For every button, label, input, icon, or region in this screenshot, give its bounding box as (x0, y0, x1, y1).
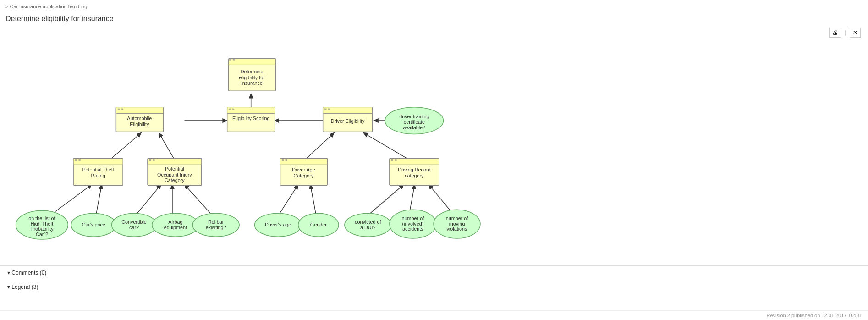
svg-text:Airbag: Airbag (168, 219, 182, 225)
svg-line-7 (305, 133, 334, 160)
svg-rect-35 (323, 107, 373, 114)
svg-text:Eligibility: Eligibility (130, 121, 149, 127)
node-eligibility-scoring[interactable]: ≡ ≡ Eligibility Scoring (227, 107, 275, 132)
breadcrumb[interactable]: > Car insurance application handling (0, 0, 868, 13)
svg-text:Driving Record: Driving Record (398, 167, 430, 172)
svg-text:a DUI?: a DUI? (360, 225, 376, 230)
svg-text:≡ ≡: ≡ ≡ (117, 107, 123, 111)
node-involved-accidents[interactable]: number of (involved) accidents (390, 210, 436, 238)
svg-text:insurance: insurance (241, 80, 263, 86)
svg-line-6 (159, 133, 175, 160)
svg-line-11 (135, 184, 161, 216)
svg-text:Probability: Probability (30, 226, 54, 232)
legend-section[interactable]: ▾ Legend (3) (0, 280, 868, 294)
svg-line-10 (96, 184, 102, 216)
svg-text:Determine: Determine (241, 69, 264, 74)
node-convicted-dui[interactable]: convicted of a DUI? (345, 213, 391, 237)
svg-text:Potential: Potential (165, 166, 184, 171)
svg-line-16 (367, 184, 404, 216)
svg-text:Driver's age: Driver's age (265, 222, 291, 227)
svg-text:eligibility for: eligibility for (239, 75, 265, 80)
node-high-theft[interactable]: on the list of High Theft Probability Ca… (16, 210, 68, 239)
svg-text:Gender: Gender (310, 222, 327, 227)
svg-text:moving: moving (449, 221, 465, 226)
svg-text:(involved): (involved) (402, 221, 424, 226)
svg-text:convicted of: convicted of (355, 219, 382, 225)
svg-text:Rating: Rating (91, 173, 105, 178)
svg-text:≡ ≡: ≡ ≡ (229, 107, 235, 111)
legend-label: Legend (11, 284, 30, 290)
breadcrumb-link[interactable]: Car insurance application handling (10, 4, 87, 9)
svg-text:accidents: accidents (402, 226, 423, 232)
diagram-svg: ≡ ≡ Determine eligibility for insurance … (0, 27, 868, 265)
svg-line-5 (110, 133, 142, 160)
node-driving-record[interactable]: ≡ ≡ Driving Record category (390, 158, 439, 185)
page-title: Determine eligibility for insurance (0, 13, 868, 27)
node-rollbar[interactable]: Rollbar exisiting? (192, 213, 239, 237)
node-drivers-age[interactable]: Driver's age (255, 213, 302, 237)
svg-text:available?: available? (403, 125, 426, 130)
svg-line-8 (363, 133, 409, 160)
comments-count: (0) (40, 270, 47, 276)
svg-text:Occupant Injury: Occupant Injury (157, 172, 192, 177)
node-cars-price[interactable]: Car's price (71, 213, 116, 237)
svg-text:on the list of: on the list of (28, 215, 55, 221)
svg-text:equipment: equipment (164, 225, 187, 230)
svg-line-17 (410, 184, 415, 211)
node-moving-violations[interactable]: number of moving violations (434, 210, 480, 238)
svg-rect-43 (73, 158, 123, 165)
svg-text:Eligibility Scoring: Eligibility Scoring (232, 116, 269, 121)
svg-text:Convertible: Convertible (121, 219, 147, 225)
svg-text:Automobile: Automobile (127, 116, 152, 121)
svg-line-9 (55, 184, 92, 211)
svg-text:≡ ≡: ≡ ≡ (149, 158, 155, 162)
svg-line-18 (429, 184, 451, 211)
svg-text:Potential Theft: Potential Theft (82, 167, 114, 172)
svg-text:≡ ≡: ≡ ≡ (75, 158, 81, 162)
svg-rect-59 (390, 158, 439, 165)
legend-count: (3) (32, 284, 38, 290)
diagram-area: ≡ ≡ Determine eligibility for insurance … (0, 27, 868, 265)
svg-text:Car`?: Car`? (36, 232, 48, 237)
svg-text:Category: Category (165, 177, 185, 183)
svg-text:Driver Age: Driver Age (292, 167, 315, 172)
comments-chevron: ▾ (7, 270, 10, 276)
svg-text:≡ ≡: ≡ ≡ (324, 107, 330, 111)
node-potential-occupant[interactable]: ≡ ≡ Potential Occupant Injury Category (148, 158, 202, 185)
svg-text:category: category (405, 173, 424, 178)
node-potential-theft[interactable]: ≡ ≡ Potential Theft Rating (73, 158, 123, 185)
svg-text:High Theft: High Theft (31, 221, 54, 226)
comments-section[interactable]: ▾ Comments (0) (0, 265, 868, 280)
legend-chevron: ▾ (7, 284, 10, 290)
svg-line-15 (310, 184, 316, 216)
svg-text:violations: violations (447, 226, 467, 232)
svg-text:car?: car? (129, 225, 139, 230)
svg-rect-20 (229, 59, 276, 65)
svg-text:number of: number of (402, 215, 425, 221)
node-automobile-eligibility[interactable]: ≡ ≡ Automobile Eligibility (116, 107, 163, 132)
node-driver-eligibility[interactable]: ≡ ≡ Driver Eligibility (323, 107, 373, 132)
node-driver-age[interactable]: ≡ ≡ Driver Age Category (280, 158, 327, 185)
node-gender[interactable]: Gender (298, 213, 339, 237)
revision-text: Revision 2 published on 12.01.2017 10:58 (767, 313, 861, 318)
svg-line-13 (184, 184, 213, 216)
svg-text:driver training: driver training (399, 114, 429, 119)
node-root[interactable]: ≡ ≡ Determine eligibility for insurance (229, 58, 276, 91)
svg-text:number of: number of (446, 215, 469, 221)
svg-line-14 (278, 184, 298, 216)
svg-text:Car's price: Car's price (82, 222, 105, 227)
svg-text:≡ ≡: ≡ ≡ (229, 58, 235, 62)
svg-text:≡ ≡: ≡ ≡ (391, 158, 397, 162)
comments-label: Comments (11, 270, 38, 276)
svg-rect-48 (148, 158, 202, 165)
node-airbag[interactable]: Airbag equipment (152, 213, 199, 237)
node-driver-training[interactable]: driver training certificate available? (385, 107, 444, 134)
svg-text:certificate: certificate (404, 119, 425, 125)
svg-text:≡ ≡: ≡ ≡ (281, 158, 287, 162)
svg-text:Rollbar: Rollbar (208, 219, 224, 225)
node-convertible[interactable]: Convertible car? (112, 213, 157, 237)
svg-text:Category: Category (294, 173, 314, 178)
footer: Revision 2 published on 12.01.2017 10:58 (0, 310, 868, 320)
svg-text:Driver Eligibility: Driver Eligibility (331, 118, 365, 124)
svg-text:exisiting?: exisiting? (206, 225, 226, 230)
